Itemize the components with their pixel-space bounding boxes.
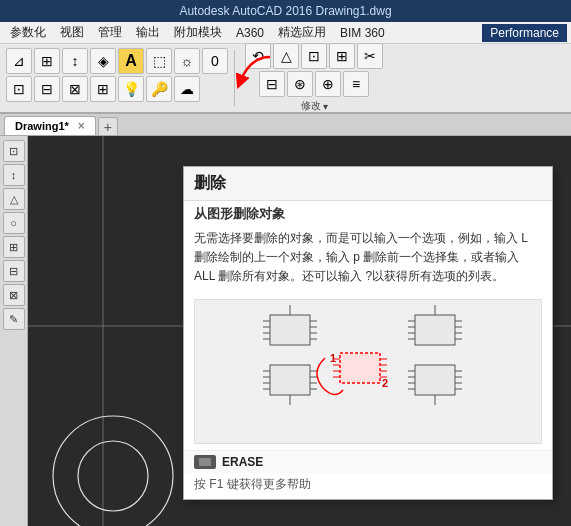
ribbon-btn-mod-3[interactable]: ⊡ bbox=[301, 43, 327, 69]
menu-performance[interactable]: Performance bbox=[482, 24, 567, 42]
menu-guanli[interactable]: 管理 bbox=[92, 22, 128, 43]
left-toolbar: ⊡ ↕ △ ○ ⊞ ⊟ ⊠ ✎ bbox=[0, 136, 28, 526]
svg-rect-67 bbox=[340, 353, 380, 383]
svg-rect-27 bbox=[270, 315, 310, 345]
ribbon-btn-1[interactable]: ⊿ bbox=[6, 48, 32, 74]
ribbon-btn-mod-6[interactable]: ⊛ bbox=[287, 71, 313, 97]
content-area: ⊡ ↕ △ ○ ⊞ ⊟ ⊠ ✎ bbox=[0, 136, 571, 526]
tool-btn-2[interactable]: ↕ bbox=[3, 164, 25, 186]
ribbon-btn-mod-5[interactable]: ⊟ bbox=[259, 71, 285, 97]
ribbon-toolbar: ⊿ ⊞ ↕ ◈ A ⬚ ☼ 0 ⊡ ⊟ ⊠ ⊞ 💡 🔑 ☁ ⟲ bbox=[0, 44, 571, 114]
ribbon-btn-13[interactable]: 💡 bbox=[118, 76, 144, 102]
tab-add-button[interactable]: + bbox=[98, 117, 118, 135]
tooltip-panel: 删除 从图形删除对象 无需选择要删除的对象，而是可以输入一个选项，例如，输入 L… bbox=[183, 166, 553, 500]
tooltip-title: 删除 bbox=[184, 167, 552, 201]
svg-rect-45 bbox=[415, 315, 455, 345]
ribbon-btn-8[interactable]: 0 bbox=[202, 48, 228, 74]
tab-close-icon[interactable]: × bbox=[78, 119, 85, 133]
tooltip-footer: ERASE bbox=[184, 450, 552, 473]
svg-rect-54 bbox=[415, 365, 455, 395]
ribbon-btn-5[interactable]: A bbox=[118, 48, 144, 74]
ribbon-btn-mod-8[interactable]: ≡ bbox=[343, 71, 369, 97]
title-text: Autodesk AutoCAD 2016 Drawing1.dwg bbox=[179, 4, 391, 18]
tooltip-command-label: ERASE bbox=[222, 455, 263, 469]
tool-btn-4[interactable]: ○ bbox=[3, 212, 25, 234]
erase-icon bbox=[194, 455, 216, 469]
tool-btn-1[interactable]: ⊡ bbox=[3, 140, 25, 162]
ribbon-btn-11[interactable]: ⊠ bbox=[62, 76, 88, 102]
drawing-canvas[interactable]: 删除 从图形删除对象 无需选择要删除的对象，而是可以输入一个选项，例如，输入 L… bbox=[28, 136, 571, 526]
tool-btn-5[interactable]: ⊞ bbox=[3, 236, 25, 258]
ribbon-btn-mod-erase[interactable]: ✂ bbox=[357, 43, 383, 69]
tool-btn-8[interactable]: ✎ bbox=[3, 308, 25, 330]
ribbon-btn-9[interactable]: ⊡ bbox=[6, 76, 32, 102]
ribbon-modify-label: 修改 ▾ bbox=[301, 99, 328, 113]
menu-shitu[interactable]: 视图 bbox=[54, 22, 90, 43]
menu-shuchu[interactable]: 输出 bbox=[130, 22, 166, 43]
ribbon-btn-mod-7[interactable]: ⊕ bbox=[315, 71, 341, 97]
ribbon-btn-3[interactable]: ↕ bbox=[62, 48, 88, 74]
ribbon-btn-mod-4[interactable]: ⊞ bbox=[329, 43, 355, 69]
tabs-bar: Drawing1* × + bbox=[0, 114, 571, 136]
menu-jinxuanyingyong[interactable]: 精选应用 bbox=[272, 22, 332, 43]
tooltip-diagram-svg: 1 2 bbox=[195, 300, 541, 443]
ribbon-btn-12[interactable]: ⊞ bbox=[90, 76, 116, 102]
tab-drawing1[interactable]: Drawing1* × bbox=[4, 116, 96, 135]
ribbon-btn-7[interactable]: ☼ bbox=[174, 48, 200, 74]
ribbon-btn-4[interactable]: ◈ bbox=[90, 48, 116, 74]
menu-fajimokuai[interactable]: 附加模块 bbox=[168, 22, 228, 43]
tooltip-help-text: 按 F1 键获得更多帮助 bbox=[184, 473, 552, 499]
tool-btn-3[interactable]: △ bbox=[3, 188, 25, 210]
ribbon-btn-mod-1[interactable]: ⟲ bbox=[245, 43, 271, 69]
ribbon-btn-2[interactable]: ⊞ bbox=[34, 48, 60, 74]
main-layout: Autodesk AutoCAD 2016 Drawing1.dwg 参数化 视… bbox=[0, 0, 571, 526]
svg-text:2: 2 bbox=[382, 377, 388, 389]
ribbon-btn-15[interactable]: ☁ bbox=[174, 76, 200, 102]
menu-a360[interactable]: A360 bbox=[230, 24, 270, 42]
tool-btn-7[interactable]: ⊠ bbox=[3, 284, 25, 306]
ribbon-btn-6[interactable]: ⬚ bbox=[146, 48, 172, 74]
menu-bar: 参数化 视图 管理 输出 附加模块 A360 精选应用 BIM 360 Perf… bbox=[0, 22, 571, 44]
title-bar: Autodesk AutoCAD 2016 Drawing1.dwg bbox=[0, 0, 571, 22]
menu-canshufua[interactable]: 参数化 bbox=[4, 22, 52, 43]
ribbon-btn-14[interactable]: 🔑 bbox=[146, 76, 172, 102]
svg-text:1: 1 bbox=[330, 352, 336, 364]
menu-bim360[interactable]: BIM 360 bbox=[334, 24, 391, 42]
tooltip-subtitle: 从图形删除对象 bbox=[184, 201, 552, 225]
tooltip-body: 无需选择要删除的对象，而是可以输入一个选项，例如，输入 L 删除绘制的上一个对象… bbox=[184, 225, 552, 293]
tooltip-image: 1 2 bbox=[194, 299, 542, 444]
ribbon-btn-10[interactable]: ⊟ bbox=[34, 76, 60, 102]
tool-btn-6[interactable]: ⊟ bbox=[3, 260, 25, 282]
ribbon-btn-mod-2[interactable]: △ bbox=[273, 43, 299, 69]
svg-rect-36 bbox=[270, 365, 310, 395]
